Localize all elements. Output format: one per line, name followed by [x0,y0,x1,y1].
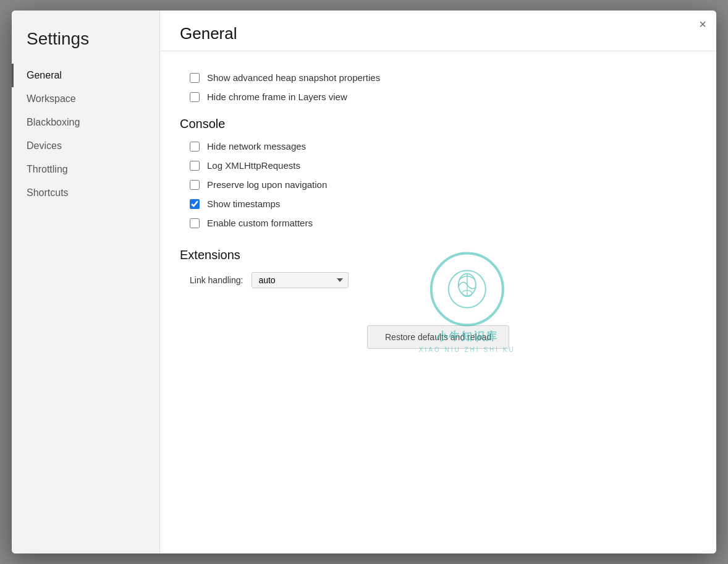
sidebar-title: Settings [12,23,159,64]
svg-point-3 [462,291,472,297]
link-handling-select[interactable]: auto open in new tab open in current tab [252,272,349,288]
close-button[interactable]: × [699,18,706,30]
checkbox-log-xml[interactable] [190,161,200,171]
checkbox-row-hide-network: Hide network messages [190,141,687,152]
checkbox-enable-formatters[interactable] [190,218,200,228]
checkbox-hide-network[interactable] [190,142,200,152]
page-title: General [180,24,696,43]
checkbox-label-heap-snapshot[interactable]: Show advanced heap snapshot properties [207,72,380,83]
main-content: General Show advanced heap snapshot prop… [160,11,716,553]
checkbox-row-show-timestamps: Show timestamps [190,199,687,209]
main-header: General [160,11,716,51]
checkbox-preserve-log[interactable] [190,180,200,190]
extensions-section: Extensions Link handling: auto open in n… [180,248,696,288]
sidebar-item-shortcuts[interactable]: Shortcuts [12,181,159,205]
restore-btn-wrapper: Restore defaults and reload [180,325,696,349]
sidebar-nav: General Workspace Blackboxing Devices Th… [12,64,159,205]
sidebar-item-devices[interactable]: Devices [12,134,159,158]
link-handling-row: Link handling: auto open in new tab open… [190,272,687,288]
checkbox-row-enable-formatters: Enable custom formatters [190,218,687,228]
checkbox-label-preserve-log[interactable]: Preserve log upon navigation [207,179,327,190]
checkbox-chrome-frame[interactable] [190,92,200,102]
console-section-title: Console [180,117,696,131]
restore-defaults-button[interactable]: Restore defaults and reload [367,325,509,349]
settings-dialog: × Settings General Workspace Blackboxing… [12,11,716,553]
checkbox-label-show-timestamps[interactable]: Show timestamps [207,199,280,209]
extensions-section-title: Extensions [180,248,696,262]
sidebar: Settings General Workspace Blackboxing D… [12,11,160,553]
sidebar-item-general[interactable]: General [12,64,159,87]
checkbox-row-log-xml: Log XMLHttpRequests [190,160,687,171]
checkbox-row-chrome-frame: Hide chrome frame in Layers view [190,92,687,102]
checkbox-label-chrome-frame[interactable]: Hide chrome frame in Layers view [207,92,347,102]
checkbox-heap-snapshot[interactable] [190,73,200,83]
sidebar-item-workspace[interactable]: Workspace [12,87,159,111]
link-handling-label: Link handling: [190,275,243,285]
checkbox-row-preserve-log: Preserve log upon navigation [190,179,687,190]
checkbox-label-hide-network[interactable]: Hide network messages [207,141,306,152]
sidebar-item-throttling[interactable]: Throttling [12,158,159,181]
checkbox-label-log-xml[interactable]: Log XMLHttpRequests [207,160,300,171]
checkbox-row-heap-snapshot: Show advanced heap snapshot properties [190,72,687,83]
sidebar-item-blackboxing[interactable]: Blackboxing [12,111,159,134]
checkbox-label-enable-formatters[interactable]: Enable custom formatters [207,218,313,228]
main-scroll-area[interactable]: Show advanced heap snapshot properties H… [160,51,716,553]
checkbox-show-timestamps[interactable] [190,199,200,209]
